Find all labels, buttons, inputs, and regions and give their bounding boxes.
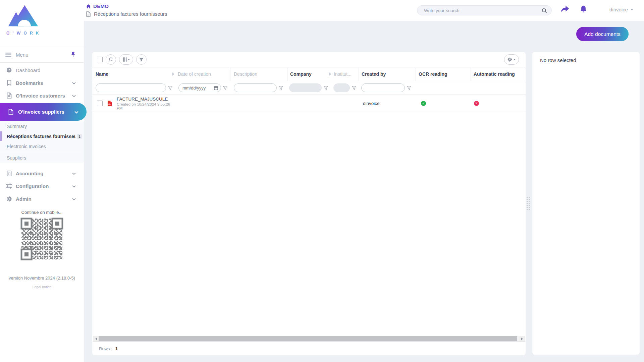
username: dinvoice (609, 7, 628, 12)
submenu-item-suppliers[interactable]: Suppliers (0, 153, 84, 163)
hamburger-icon[interactable] (5, 53, 11, 57)
cell-created-by: dinvoice (359, 95, 416, 112)
funnel-icon[interactable] (352, 86, 356, 90)
scroll-right-button[interactable] (519, 336, 525, 341)
column-header-name[interactable]: Name (92, 67, 173, 81)
column-header-institution[interactable]: Institut... (330, 67, 359, 81)
add-documents-button[interactable]: Add documents (576, 27, 629, 41)
home-icon (86, 4, 91, 9)
document-icon (86, 11, 91, 17)
legal-notice-link[interactable]: Legal notice (0, 285, 84, 289)
column-header-ocr-reading[interactable]: OCR reading (416, 67, 471, 81)
sidebar-item-admin[interactable]: Admin (0, 192, 84, 205)
chevron-down-icon (72, 93, 76, 99)
table-filter-row: mm/dd/yyyy (92, 81, 526, 95)
no-row-selected-text: No row selected (540, 57, 640, 63)
filter-description-input[interactable] (234, 83, 277, 92)
filter-company-input (289, 83, 322, 92)
gear-icon (507, 57, 512, 62)
suppliers-submenu: Summary Réceptions factures fournisseur … (0, 121, 84, 163)
app-logo[interactable]: O ' W O R K (5, 3, 42, 36)
funnel-icon[interactable] (407, 86, 411, 90)
select-all-checkbox[interactable] (97, 57, 103, 62)
filter-created-by-input[interactable] (361, 83, 405, 92)
pdf-file-icon (107, 100, 112, 107)
submenu-item-summary[interactable]: Summary (0, 121, 84, 131)
funnel-icon[interactable] (168, 86, 172, 90)
table-settings-button[interactable] (504, 54, 519, 65)
cell-ocr-reading: ✓ (416, 95, 471, 112)
cell-company (287, 95, 330, 112)
chevron-down-icon (72, 196, 76, 202)
column-expand-icon[interactable] (172, 72, 174, 76)
sidebar-item-accounting[interactable]: Accounting (0, 167, 84, 180)
search-input[interactable] (417, 6, 551, 15)
funnel-icon[interactable] (279, 86, 283, 90)
user-menu[interactable]: dinvoice (609, 7, 633, 12)
sidebar-nav-lower: Accounting Configuration Admin (0, 167, 84, 205)
share-icon[interactable] (560, 5, 570, 14)
gauge-icon (6, 67, 12, 73)
sidebar-menu-header[interactable]: Menu (0, 47, 84, 63)
sidebar: O ' W O R K Menu Dashboard Bookmarks (0, 0, 84, 362)
search-icon[interactable] (542, 8, 547, 13)
mobile-hint-text: Continue on mobile... (0, 210, 84, 215)
rows-count: 1 (115, 346, 118, 351)
scroll-left-button[interactable] (93, 336, 99, 341)
document-name-cell[interactable]: FACTURE_MAJUSCULE Created on 10/24/2024 … (117, 97, 173, 110)
table-header-row: Name Date of creation Description Compan… (92, 67, 526, 81)
sidebar-item-oinvoice-suppliers-active[interactable]: O'Invoice suppliers (0, 103, 87, 121)
filter-name-input[interactable] (96, 83, 166, 92)
qr-code (20, 217, 64, 261)
columns-button[interactable] (119, 54, 133, 65)
chevron-down-icon (72, 170, 76, 176)
refresh-button[interactable] (106, 54, 116, 65)
gear-icon (6, 196, 12, 202)
sidebar-item-dashboard[interactable]: Dashboard (0, 64, 84, 76)
column-header-created-by[interactable]: Created by (359, 67, 416, 81)
scrollbar-thumb[interactable] (99, 336, 517, 341)
horizontal-scrollbar[interactable] (93, 336, 525, 342)
refresh-icon (108, 57, 113, 62)
topbar: DEMO Réceptions factures fournisseurs di… (84, 0, 644, 21)
column-header-automatic-reading[interactable]: Automatic reading (471, 67, 526, 81)
notifications-bell-icon[interactable] (580, 5, 587, 15)
bookmark-icon (6, 80, 12, 86)
file-invoice-icon (7, 109, 14, 115)
column-header-date-of-creation[interactable]: Date of creation (173, 67, 230, 81)
panel-resize-handle[interactable] (527, 197, 530, 210)
logo-wordmark: O ' W O R K (5, 31, 42, 36)
cell-automatic-reading: ✕ (471, 95, 526, 112)
rows-label: Rows : (99, 346, 112, 351)
sidebar-item-bookmarks[interactable]: Bookmarks (0, 76, 84, 89)
calculator-icon (6, 171, 12, 176)
table-footer: Rows : 1 (92, 342, 526, 355)
table-row[interactable]: FACTURE_MAJUSCULE Created on 10/24/2024 … (92, 95, 526, 112)
documents-table-card: Name Date of creation Description Compan… (92, 52, 526, 355)
cell-description (230, 95, 287, 112)
column-header-description[interactable]: Description (230, 67, 287, 81)
cell-date (173, 95, 230, 112)
sidebar-item-oinvoice-customers[interactable]: O'Invoice customers (0, 89, 84, 102)
row-checkbox[interactable] (97, 101, 103, 106)
filter-button[interactable] (136, 54, 147, 65)
mountain-logo-icon (8, 3, 39, 29)
chevron-down-icon (631, 9, 633, 10)
file-invoice-icon (6, 93, 12, 99)
column-header-company[interactable]: Company (287, 67, 330, 81)
filter-date-input[interactable]: mm/dd/yyyy (178, 83, 221, 92)
chevron-down-icon (72, 80, 76, 86)
funnel-icon[interactable] (223, 86, 227, 90)
funnel-icon[interactable] (324, 86, 328, 90)
chevron-down-icon (514, 59, 516, 60)
document-created-on: Created on 10/24/2024 9:55:26 PM (117, 102, 173, 110)
pin-sidebar-icon[interactable] (70, 52, 76, 58)
sidebar-item-configuration[interactable]: Configuration (0, 180, 84, 192)
submenu-item-receptions[interactable]: Réceptions factures fournisseur 1 (0, 131, 84, 141)
column-expand-icon[interactable] (329, 72, 331, 76)
menu-label: Menu (16, 52, 29, 58)
submenu-item-electronic-invoices[interactable]: Electronic Invoices (0, 141, 84, 151)
breadcrumb-root[interactable]: DEMO (86, 3, 109, 9)
table-empty-space (92, 112, 526, 336)
calendar-icon[interactable] (214, 86, 218, 90)
